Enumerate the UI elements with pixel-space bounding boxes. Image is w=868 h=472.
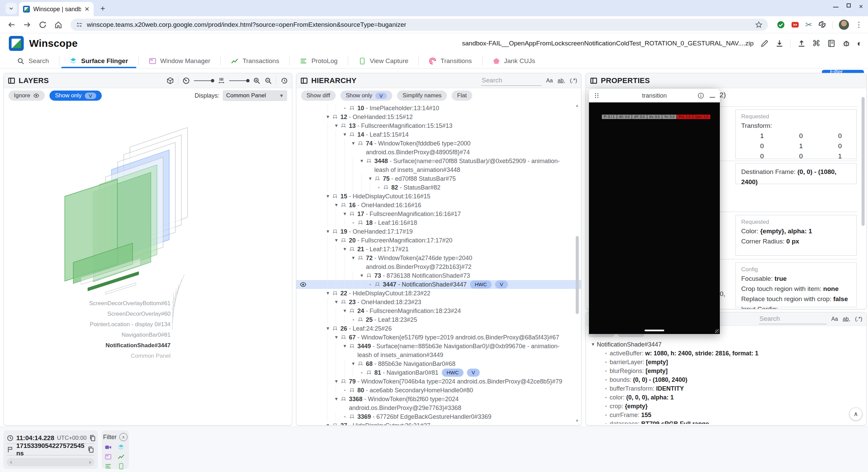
tree-row[interactable]: ▼19 - OneHanded:17:17#19 (296, 227, 581, 236)
tree-row[interactable]: ●10 - ImePlaceholder:13:14#10 (296, 104, 581, 113)
cube-3d-icon[interactable] (166, 77, 174, 84)
expand-arrow-icon[interactable]: ▼ (350, 359, 357, 368)
trace-tab-search[interactable]: Search (7, 54, 59, 68)
tree-row[interactable]: ▼12 - OneHanded:15:15#12 (296, 113, 581, 121)
details-property-row[interactable]: ●barrierLayer: [empty] (589, 358, 857, 367)
tree-row[interactable]: ▼68 - 885b63e NavigationBar0#68 (296, 359, 581, 368)
forward-icon[interactable] (23, 21, 31, 29)
report-bug-icon[interactable] (842, 39, 850, 47)
expand-arrow-icon[interactable]: ▼ (341, 210, 349, 218)
copy-icon[interactable] (87, 446, 94, 453)
site-info-icon[interactable] (76, 21, 83, 28)
tree-row[interactable]: ▼17 - FullscreenMagnification:16:16#17 (296, 210, 581, 218)
reload-icon[interactable] (39, 21, 47, 29)
layers-3d-view[interactable]: ScreenDecorOverlayBottom#61ScreenDecorOv… (4, 103, 292, 425)
trace-tab-protolog[interactable]: ProtoLog (290, 54, 348, 68)
tree-row[interactable]: ▼22 - HideDisplayCutout:18:23#22 (296, 289, 581, 298)
expand-arrow-icon[interactable]: ▼ (333, 121, 340, 130)
layer-label[interactable]: ScreenDecorOverlay#60 (44, 309, 171, 319)
tree-row[interactable]: ▼3449 - Surface(name=885b63e NavigationB… (296, 342, 581, 359)
resize-handle-icon[interactable] (715, 329, 719, 333)
transition-overlay-window[interactable]: transition P: 0 / 1dX: 0.0dY: 0.0Xv: 0.0… (589, 89, 720, 334)
match-word-button[interactable]: ab, (843, 316, 850, 324)
expand-arrow-icon[interactable]: ▼ (333, 333, 340, 342)
expand-arrow-icon[interactable]: ▼ (341, 307, 349, 315)
download-icon[interactable] (775, 39, 784, 47)
trace-tab-transitions[interactable]: Transitions (419, 54, 482, 68)
details-property-row[interactable]: ●bufferTransform: IDENTITY (589, 384, 857, 393)
tree-row-selected[interactable]: ●3447 - NotificationShade#3447HWCV (296, 280, 581, 289)
details-property-row[interactable]: ●activeBuffer: w: 1080, h: 2400, stride:… (589, 349, 857, 358)
tab-search-button[interactable] (5, 3, 17, 14)
zoom-out-icon[interactable] (264, 77, 272, 84)
list-trace-icon[interactable] (105, 463, 112, 470)
regex-button[interactable]: (.*) (855, 316, 862, 324)
expand-arrow-icon[interactable]: ▼ (333, 377, 340, 386)
expand-arrow-icon[interactable]: ▼ (358, 271, 366, 280)
tree-row[interactable]: ▼27 - HideDisplayCutout:26:31#27 (296, 421, 581, 425)
expand-arrow-icon[interactable]: ▼ (324, 324, 332, 333)
tree-row[interactable]: ▼16 - OneHanded:16:16#16 (296, 201, 581, 210)
collapse-panel-icon[interactable] (590, 77, 597, 84)
match-case-button[interactable]: Aa (831, 316, 838, 324)
minimize-overlay-icon[interactable] (710, 94, 715, 98)
show-only-chip[interactable]: Show only V (50, 91, 101, 101)
shortcuts-command-icon[interactable]: ⌘ (812, 39, 821, 47)
puzzle-extensions-icon[interactable] (818, 21, 826, 29)
new-tab-button[interactable]: + (98, 4, 107, 13)
layer-label[interactable]: ScreenDecorOverlayBottom#61 (44, 298, 171, 309)
hierarchy-search-input[interactable] (481, 75, 541, 86)
tree-row[interactable]: ▼14 - Leaf:15:15#14 (296, 130, 581, 139)
tree-row[interactable]: ▼20 - FullscreenMagnification:17:17#20 (296, 236, 581, 245)
phone-trace-icon[interactable] (118, 463, 124, 470)
camera-trace-icon[interactable] (105, 444, 112, 451)
tree-row[interactable]: ▼13 - FullscreenMagnification:15:15#13 (296, 121, 581, 130)
displays-select[interactable]: Common Panel ▼ (223, 90, 287, 101)
expand-arrow-icon[interactable]: ▼ (341, 130, 349, 139)
chip-show-only[interactable]: Show onlyV (340, 91, 392, 101)
rotation-slider[interactable] (194, 80, 214, 81)
expand-arrow-icon[interactable]: ▼ (333, 298, 340, 307)
tree-row[interactable]: ▼74 - WindowToken{fdddbe6 type=2000 andr… (296, 139, 581, 157)
window-trace-icon[interactable] (105, 453, 112, 460)
browser-tab[interactable]: Winscope | sandbox-FAIL ✕ (19, 2, 94, 16)
tree-row[interactable]: ●80 - ace6abb SecondaryHomeHandle0#80 (296, 386, 581, 395)
kebab-menu-icon[interactable]: ⋮ (855, 20, 863, 29)
chip-simplify-names[interactable]: Simplify names (397, 91, 447, 101)
expand-arrow-icon[interactable]: ▼ (324, 289, 332, 298)
expand-arrow-icon[interactable]: ▼ (350, 139, 357, 148)
chip-flat[interactable]: Flat (452, 91, 472, 101)
expand-arrow-icon[interactable]: ▼ (333, 395, 340, 404)
hierarchy-scrollbar[interactable] (576, 236, 579, 314)
tree-row[interactable]: ▼26 - Leaf:24:25#26 (296, 324, 581, 333)
zoom-in-icon[interactable] (253, 77, 260, 84)
tree-row[interactable]: ●25 - Leaf:18:23#25 (296, 315, 581, 324)
details-property-row[interactable]: ●currFrame: 155 (589, 411, 857, 419)
documentation-book-icon[interactable] (827, 39, 835, 47)
step-forward-icon[interactable]: › (89, 459, 91, 465)
collapse-filter-icon[interactable]: ∧ (119, 433, 127, 441)
tree-row[interactable]: ●81 - NavigationBar0#81HWCV (296, 368, 581, 377)
collapse-panel-icon[interactable] (8, 77, 15, 84)
tree-row[interactable]: ▼24 - FullscreenMagnification:18:23#24 (296, 307, 581, 315)
overlay-titlebar[interactable]: transition (589, 89, 720, 102)
properties-scrollbar[interactable] (862, 97, 865, 226)
expand-arrow-icon[interactable]: ▼ (350, 254, 357, 262)
trace-tab-transactions[interactable]: Transactions (221, 54, 289, 68)
profile-avatar[interactable] (839, 20, 849, 30)
layer-label[interactable]: NavigationBar0#81 (44, 330, 171, 340)
extension-check-icon[interactable] (777, 21, 785, 29)
step-back-icon[interactable]: ‹ (10, 459, 12, 465)
window-close-icon[interactable]: ✕ (859, 3, 863, 9)
window-maximize-icon[interactable] (847, 3, 851, 7)
window-minimize-icon[interactable] (833, 3, 839, 7)
match-word-button[interactable]: ab, (557, 78, 565, 86)
tree-row[interactable]: ▼73 - 8736138 NotificationShade#73 (296, 271, 581, 280)
regex-button[interactable]: (.*) (570, 78, 577, 86)
expand-arrow-icon[interactable]: ▼ (367, 174, 374, 183)
back-icon[interactable] (7, 21, 16, 29)
tree-row[interactable]: ▼23 - OneHanded:18:23#23 (296, 298, 581, 307)
drag-handle-icon[interactable] (594, 93, 600, 99)
match-case-button[interactable]: Aa (546, 78, 553, 86)
details-property-row[interactable]: ●blurRegions: [empty] (589, 367, 857, 375)
